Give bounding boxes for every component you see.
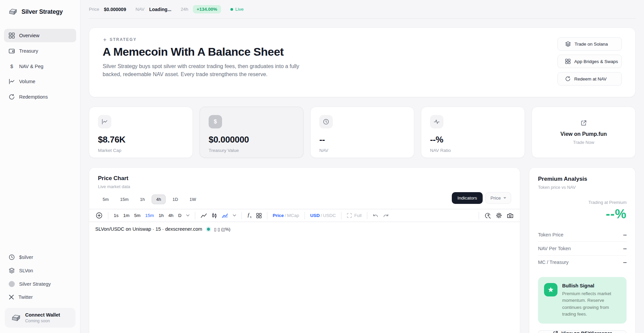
row-value: --: [623, 260, 627, 265]
metric-dropdown[interactable]: Price: [485, 192, 511, 204]
interval-1m[interactable]: 1m: [121, 211, 132, 220]
line-chart-icon: [201, 213, 207, 218]
gear-icon: [496, 212, 502, 219]
chart-subtitle: Live market data: [98, 184, 201, 189]
connect-wallet-subtitle: Coming soon: [25, 319, 60, 323]
candles-chart-type-button[interactable]: [209, 211, 219, 220]
redo-button[interactable]: [381, 211, 391, 220]
clock-icon: [319, 115, 333, 128]
stat-card-nav-ratio: --% NAV Ratio: [421, 107, 525, 158]
grid-icon: [256, 213, 262, 218]
price-mcap-toggle[interactable]: Price / MCap: [270, 211, 302, 220]
timeframe-15m[interactable]: 15m: [115, 195, 133, 204]
sidebar-link-silver-strategy[interactable]: Silver Strategy: [4, 278, 76, 290]
add-symbol-button[interactable]: [93, 211, 105, 220]
premium-rows: Token Price -- NAV Per Token -- MC / Tre…: [538, 228, 627, 269]
brand-title: Silver Strategy: [21, 8, 63, 15]
dex-button-label: View on DEXScreener: [561, 331, 612, 333]
app-bridges-swaps-button[interactable]: App Bridges & Swaps: [557, 55, 622, 68]
live-dot-icon: [230, 8, 233, 11]
premium-analysis-panel: Premium Analysis Token price vs NAV Trad…: [529, 167, 636, 333]
settings-button[interactable]: [493, 211, 504, 220]
interval-menu-button[interactable]: [184, 211, 192, 220]
interval-1h[interactable]: 1h: [156, 211, 166, 220]
price-label: Price: [89, 7, 99, 12]
tv-toolbar: 1s 1m 5m 15m 1h 4h D: [89, 209, 520, 222]
page-title: A Memecoin With A Balance Sheet: [103, 45, 307, 58]
divider: [341, 212, 341, 219]
chevron-down-icon: [503, 197, 506, 199]
stat-value: --%: [430, 134, 516, 145]
line-chart-type-button[interactable]: [198, 211, 209, 220]
layout-grid-button[interactable]: [254, 211, 264, 220]
timeframe-1w[interactable]: 1W: [185, 195, 201, 204]
fullscreen-button[interactable]: Full: [344, 211, 364, 220]
refresh-icon: [565, 76, 571, 81]
sidebar-item-overview[interactable]: Overview: [4, 29, 76, 42]
interval-1s[interactable]: 1s: [111, 211, 121, 220]
sidebar-link-label: $silver: [19, 255, 33, 260]
sidebar-nav: Overview Treasury $ NAV & Peg Volume: [0, 29, 80, 104]
interval-5m[interactable]: 5m: [132, 211, 143, 220]
button-label: App Bridges & Swaps: [574, 59, 618, 64]
sidebar-link-twitter[interactable]: Twitter: [4, 291, 76, 303]
sidebar-item-treasury[interactable]: Treasury: [4, 44, 76, 58]
divider: [367, 212, 367, 219]
usd-usdc-toggle[interactable]: USD / USDC: [308, 211, 338, 220]
area-chart-icon: [222, 213, 228, 218]
interval-d[interactable]: D: [176, 211, 184, 220]
stats-row: $8.76K Market Cap $ $0.000000 Treasury V…: [89, 107, 636, 158]
candlestick-icon: [212, 213, 217, 219]
timeframe-4h[interactable]: 4h: [152, 195, 166, 204]
quick-search-button[interactable]: [482, 211, 493, 220]
interval-15m[interactable]: 15m: [143, 211, 156, 220]
sidebar-links: $silver SLVon Silver Strategy Twitter: [0, 251, 80, 303]
sidebar-item-redemptions[interactable]: Redemptions: [4, 90, 76, 104]
chevron-down-icon: [233, 214, 236, 217]
undo-button[interactable]: [370, 211, 381, 220]
sidebar-item-label: Overview: [19, 33, 39, 38]
usd-toggle-label: USD: [310, 213, 320, 218]
premium-row-mc-treasury: MC / Treasury --: [538, 255, 627, 269]
view-on-dexscreener-button[interactable]: View on DEXScreener: [538, 330, 627, 333]
sidebar-link-slvon[interactable]: SLVon: [4, 264, 76, 277]
stat-value: --: [319, 134, 405, 145]
fullscreen-label: Full: [354, 213, 362, 218]
screenshot-button[interactable]: [504, 211, 516, 220]
stat-value: $0.000000: [209, 134, 294, 145]
chart-type-menu-button[interactable]: [230, 211, 238, 220]
trade-on-solana-button[interactable]: Trade on Solana: [557, 37, 622, 51]
area-chart-type-button[interactable]: [219, 211, 230, 220]
legend-values: ▯ ▯ (▯%): [214, 227, 230, 232]
hero-section: STRATEGY A Memecoin With A Balance Sheet…: [89, 27, 636, 97]
premium-row-token-price: Token Price --: [538, 228, 627, 241]
interval-4h[interactable]: 4h: [166, 211, 176, 220]
divider: [267, 212, 267, 219]
timeframe-1d[interactable]: 1D: [168, 195, 183, 204]
indicators-fx-button[interactable]: ƒx: [245, 211, 254, 220]
sidebar-item-label: Redemptions: [19, 94, 48, 100]
timeframe-1h[interactable]: 1h: [135, 195, 149, 204]
stat-value: $8.76K: [98, 134, 184, 145]
chart-plot-area[interactable]: [89, 235, 520, 333]
redeem-at-nav-button[interactable]: Redeem at NAV: [557, 72, 622, 86]
row-value: --: [623, 246, 627, 251]
live-status: Live: [230, 7, 244, 12]
sidebar-item-volume[interactable]: Volume: [4, 75, 76, 88]
button-label: Redeem at NAV: [574, 76, 607, 81]
bottom-row: Price Chart Live market data 5m 15m 1h 4…: [89, 167, 636, 333]
sidebar-link-label: SLVon: [19, 268, 33, 273]
brand: Silver Strategy: [0, 0, 80, 19]
indicators-button[interactable]: Indicators: [452, 192, 483, 204]
camera-icon: [507, 213, 514, 218]
layers-icon: [9, 268, 15, 274]
timeframe-5m[interactable]: 5m: [98, 195, 113, 204]
view-on-pumpfun-card[interactable]: View on Pump.fun Trade Now: [532, 107, 636, 158]
stat-label: Treasury Value: [209, 148, 294, 153]
sidebar-link-silver[interactable]: $silver: [4, 251, 76, 264]
divider: [241, 212, 242, 219]
chart-legend: SLVon/USDC on Uniswap · 15 · dexscreener…: [89, 222, 520, 235]
premium-status-label: Trading at Premium: [538, 200, 627, 205]
connect-wallet-button[interactable]: Connect Wallet Coming soon: [5, 308, 75, 328]
sidebar-item-nav-peg[interactable]: $ NAV & Peg: [4, 60, 76, 73]
